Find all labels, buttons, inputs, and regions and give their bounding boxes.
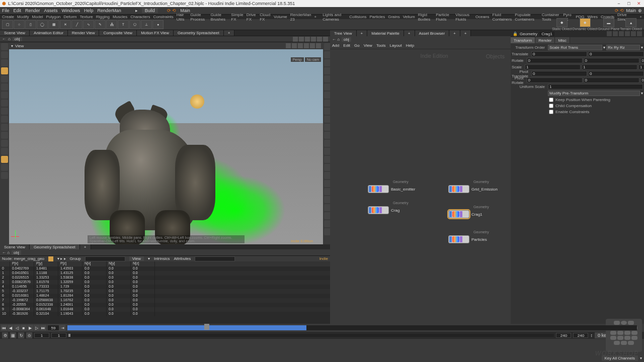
tool-spraypaint-icon[interactable]: ⁂	[106, 20, 117, 29]
tool-sphere-icon[interactable]: ○	[14, 20, 25, 29]
tl-start-input[interactable]	[34, 333, 49, 338]
pp-check-childcomp[interactable]	[549, 104, 553, 108]
tl-opt-icon[interactable]: ⊙	[26, 332, 32, 338]
pp-check-constraints[interactable]	[549, 110, 553, 114]
net-tab-add[interactable]: +	[404, 30, 415, 36]
menu-file[interactable]: File	[2, 8, 10, 13]
pp-icon[interactable]	[631, 31, 636, 36]
ss-tab-geospread[interactable]: Geometry Spreadsheet	[30, 244, 80, 249]
table-row[interactable]: 00.04027691.84811.435030.00.00.0	[0, 266, 330, 271]
tl-rangestart-input[interactable]	[51, 333, 66, 338]
shelf-create[interactable]: Create	[2, 15, 14, 19]
shelf-vellum[interactable]: Vellum	[403, 15, 415, 19]
ss-view-label[interactable]: View	[129, 256, 144, 261]
tab-renderview[interactable]: Render View	[68, 30, 100, 36]
table-row[interactable]: 60.02160811.486241.812840.00.00.0	[0, 294, 330, 298]
vp-header-icon[interactable]	[298, 43, 303, 48]
table-row[interactable]: 40.1146561.733331.7290.00.00.0	[0, 285, 330, 289]
net-tab-asset[interactable]: Asset Browser	[415, 30, 450, 36]
vp-header-icon[interactable]	[310, 43, 315, 48]
pp-input-z[interactable]	[640, 58, 644, 63]
vp-header-icon[interactable]	[316, 43, 321, 48]
table-row[interactable]: 7-0.1998720.05886381.167620.00.00.0	[0, 298, 330, 303]
network-node[interactable]: Geometry Crag1	[448, 210, 482, 218]
vp-tool-icon[interactable]	[1, 100, 8, 107]
tool-torus-icon[interactable]: ◯	[37, 20, 48, 29]
tl-opt-icon[interactable]: ⚙	[2, 332, 8, 338]
vp-tool-icon[interactable]	[1, 75, 8, 82]
pp-tab-misc[interactable]: Misc	[555, 37, 570, 43]
shelf-drivefx[interactable]: Drive FX	[247, 13, 257, 22]
pp-select-order[interactable]: Scale Rot Trans	[548, 45, 602, 50]
tab-geospread[interactable]: Geometry Spreadsheet	[174, 30, 224, 36]
desktop-selector[interactable]: Build	[142, 8, 158, 13]
tl-play-icon[interactable]: ▶	[27, 325, 33, 331]
pp-input-y[interactable]	[582, 64, 637, 70]
pp-input-y[interactable]	[588, 51, 644, 57]
tool-drawcurve-icon[interactable]: ✎	[95, 20, 106, 29]
ss-tab-add[interactable]: +	[80, 244, 91, 249]
vp-header-icon[interactable]	[304, 43, 309, 48]
shelf-populate[interactable]: Populate Containers	[515, 13, 539, 22]
menu-help[interactable]: Help	[84, 8, 94, 13]
viewport-persp[interactable]: Persp	[291, 57, 304, 62]
vp-tool-icon[interactable]	[1, 156, 8, 163]
pp-input-y[interactable]	[588, 71, 644, 76]
tab-animeditor[interactable]: Animation Editor	[30, 30, 68, 36]
ss-intrinsics[interactable]: Intrinsics	[154, 256, 170, 261]
pp-input-y[interactable]	[584, 58, 639, 63]
ss-column-header[interactable]: N[y]	[107, 261, 131, 266]
net-path[interactable]: obj	[342, 37, 351, 42]
table-row[interactable]: 10.04105011.11881.431250.00.00.0	[0, 271, 330, 276]
tool-staticobject-icon[interactable]: ◆	[556, 18, 568, 27]
ss-column-header[interactable]	[0, 261, 10, 266]
pp-input-x[interactable]	[525, 64, 581, 70]
tool-grid-icon[interactable]: ▦	[48, 20, 59, 29]
network-node[interactable]: Geometry Basic_emitter	[368, 185, 415, 193]
timeline-cursor[interactable]	[204, 324, 209, 330]
pp-icon[interactable]	[607, 31, 612, 36]
table-row[interactable]: 20.02265151.332531.538380.00.00.0	[0, 276, 330, 280]
shelf-add[interactable]: +	[314, 15, 317, 19]
tab-sceneview[interactable]: Scene View	[0, 30, 30, 36]
vp-tool-icon[interactable]	[1, 116, 8, 123]
table-row[interactable]: 30.008235761.615781.320590.00.00.0	[0, 280, 330, 285]
shelf-grains[interactable]: Grains	[388, 15, 400, 19]
network-node[interactable]: Geometry Particles	[448, 235, 487, 243]
pp-input-x[interactable]	[531, 51, 587, 57]
vp-tool-icon[interactable]	[1, 59, 8, 66]
pp-icon[interactable]	[637, 31, 642, 36]
vp-tool-icon[interactable]	[1, 140, 8, 147]
vp-tool-icon[interactable]	[1, 132, 8, 139]
shelf-constraints[interactable]: Constraints	[153, 15, 173, 19]
path-icon[interactable]	[317, 37, 322, 42]
tool-groundplane-icon[interactable]: ▬	[603, 18, 614, 27]
path-obj[interactable]: obj	[13, 37, 22, 41]
table-row[interactable]: 5-0.1032371.711751.702350.00.00.0	[0, 289, 330, 294]
viewport-nocam[interactable]: No cam	[305, 57, 321, 62]
ss-column-header[interactable]: N[x]	[83, 261, 107, 266]
pp-input-z[interactable]	[640, 77, 644, 83]
table-row[interactable]: 9-0.00883640.0616481.016480.00.00.0	[0, 307, 330, 312]
viewport[interactable]: ▾ View Persp No cam	[9, 42, 323, 244]
vp-header-icon[interactable]	[286, 43, 291, 48]
shelf-collisions[interactable]: Collisions	[349, 15, 366, 19]
vp-tool-select-icon[interactable]	[1, 43, 8, 50]
tab-add[interactable]: +	[224, 30, 235, 36]
pp-icon[interactable]	[625, 31, 630, 36]
tab-motionfx[interactable]: Motion FX View	[137, 30, 174, 36]
shelf-hairutils[interactable]: Hair Utils	[177, 13, 187, 22]
path-icon[interactable]	[293, 37, 298, 42]
shelf-particlefluids[interactable]: Particle Fluids	[436, 13, 452, 22]
pp-input-x[interactable]	[531, 71, 587, 76]
ss-attr-input[interactable]	[195, 256, 235, 261]
shelf-muscles[interactable]: Muscles	[113, 15, 127, 19]
menu-assets[interactable]: Assets	[44, 8, 58, 13]
path-icon[interactable]	[311, 37, 316, 42]
shelf-particles[interactable]: Particles	[369, 15, 385, 19]
ss-column-header[interactable]: N[z]	[131, 261, 155, 266]
tl-prevkey-icon[interactable]: ◁	[14, 325, 20, 331]
shelf-simplefx[interactable]: Simple FX	[231, 13, 243, 22]
shelf-oceans[interactable]: Oceans	[475, 15, 490, 19]
pp-tab-render[interactable]: Render	[535, 37, 555, 43]
